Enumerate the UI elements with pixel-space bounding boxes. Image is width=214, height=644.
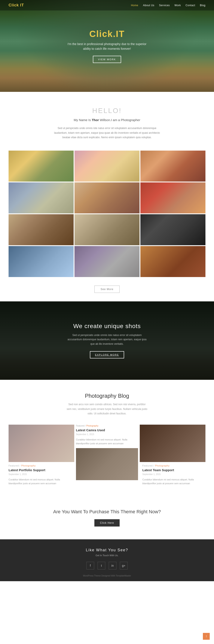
- blog-date-center: September 1, 2015: [76, 433, 138, 436]
- footer-credit: WordPress Theme Designed With TemplateMa…: [9, 574, 205, 577]
- linkedin-icon[interactable]: in: [109, 562, 117, 570]
- see-more-wrapper: See More: [0, 277, 214, 302]
- google-plus-icon[interactable]: g+: [120, 562, 128, 570]
- footer-social: f t in g+: [9, 562, 205, 570]
- blog-card-right: Featured / Photography Latest Team Suppo…: [140, 425, 205, 486]
- footer: Like What You See? Get In Touch With Us.…: [0, 539, 214, 581]
- blog-section-desc: Sed non arcu non sem comdo ultrices. Sed…: [66, 402, 148, 416]
- nav-home[interactable]: Home: [131, 4, 138, 7]
- blog-section-title: Photography Blog: [9, 392, 205, 399]
- blog-tag-right: Featured / Photography: [142, 464, 205, 467]
- dark-title: We create unique shots: [9, 323, 205, 330]
- hero-subtitle: I'm the best in professional photography…: [66, 42, 148, 51]
- blog-date-left: September 1, 2015: [9, 473, 72, 476]
- blog-section: Photography Blog Sed non arcu non sem co…: [0, 380, 214, 496]
- nav-blog[interactable]: Blog: [200, 4, 205, 7]
- portfolio-item[interactable]: [140, 150, 205, 182]
- nav-contact[interactable]: Contact: [185, 4, 195, 7]
- site-logo[interactable]: Click IT: [9, 3, 24, 8]
- logo-text: Click IT: [9, 3, 24, 7]
- nav-links: Home About Us Services Work Contact Blog: [131, 4, 205, 7]
- navbar: Click IT Home About Us Services Work Con…: [0, 0, 214, 10]
- blog-excerpt-left: Curabitur bibendum mi sed moncus aliquet…: [9, 478, 72, 486]
- footer-subtitle: Get In Touch With Us.: [9, 554, 205, 557]
- dark-content: We create unique shots Sed ut perspiciat…: [9, 323, 205, 358]
- purchase-section: Are You Want To Purchase This Theme Righ…: [0, 496, 214, 539]
- hero-title-part2: IT: [116, 29, 125, 39]
- blog-tag-left: Featured / Photography: [9, 464, 72, 467]
- portfolio-grid: [0, 150, 214, 277]
- hello-description: Sed ut perspiciatis unde omnis iste natu…: [54, 126, 160, 140]
- hello-intro: My Name Is Thor Willson.I am a Photograp…: [9, 118, 205, 122]
- see-more-button[interactable]: See More: [94, 286, 120, 293]
- hero-title-part1: Click: [89, 29, 113, 39]
- blog-grid: Featured / Photography Latest Portfolio …: [9, 425, 205, 486]
- portfolio-item[interactable]: [9, 214, 74, 245]
- dark-cta-section: We create unique shots Sed ut perspiciat…: [0, 302, 214, 380]
- nav-services[interactable]: Services: [159, 4, 170, 7]
- portfolio-item[interactable]: [74, 246, 140, 277]
- blog-excerpt-center: Curabitur bibendum mi sed moncus aliquet…: [76, 438, 138, 446]
- blog-image-center: [76, 448, 138, 480]
- hello-section: HELLO! My Name Is Thor Willson.I am a Ph…: [0, 92, 214, 150]
- hello-name: Thor: [92, 118, 99, 122]
- facebook-icon[interactable]: f: [86, 562, 94, 570]
- dark-description: Sed ut perspiciatis unde omnis iste natu…: [66, 333, 148, 346]
- portfolio-item[interactable]: [9, 246, 74, 277]
- portfolio-item[interactable]: [9, 150, 74, 182]
- portfolio-item[interactable]: [140, 214, 205, 245]
- blog-date-right: September 1, 2015: [142, 473, 205, 476]
- hero-title: Click.IT: [66, 29, 148, 39]
- portfolio-item[interactable]: [74, 214, 140, 245]
- click-here-button[interactable]: Click Here: [94, 519, 120, 526]
- blog-post-title-right: Latest Team Support: [142, 468, 205, 472]
- view-work-button[interactable]: VIEW WORK: [93, 56, 121, 63]
- nav-about[interactable]: About Us: [143, 4, 154, 7]
- portfolio-item[interactable]: [74, 150, 140, 182]
- footer-title: Like What You See?: [9, 548, 205, 552]
- blog-post-title-center: Latest Camra Used: [76, 428, 138, 432]
- hero-section: Click.IT I'm the best in professional ph…: [0, 0, 214, 92]
- blog-image-left: [9, 425, 74, 462]
- purchase-title: Are You Want To Purchase This Theme Righ…: [9, 509, 205, 514]
- hero-content: Click.IT I'm the best in professional ph…: [66, 29, 148, 63]
- nav-work[interactable]: Work: [174, 4, 181, 7]
- portfolio-item[interactable]: [140, 246, 205, 277]
- explore-more-button[interactable]: Explore More: [90, 351, 124, 358]
- blog-post-title-left: Latest Portfolio Support: [9, 468, 72, 472]
- blog-tag-center: Featured / Photography: [76, 425, 138, 427]
- blog-card-center: Featured / Photography Latest Camra Used…: [74, 425, 140, 486]
- blog-excerpt-right: Curabitur bibendum mi sed moncus aliquet…: [142, 478, 205, 486]
- portfolio-item[interactable]: [74, 182, 140, 214]
- hero-title-dot: .: [113, 29, 116, 39]
- blog-body-left: Featured / Photography Latest Portfolio …: [9, 462, 74, 486]
- portfolio-item[interactable]: [140, 182, 205, 214]
- hello-heading: HELLO!: [9, 107, 205, 115]
- blog-image-right: [140, 425, 205, 462]
- twitter-icon[interactable]: t: [97, 562, 105, 570]
- blog-card-left: Featured / Photography Latest Portfolio …: [9, 425, 74, 486]
- portfolio-item[interactable]: [9, 182, 74, 214]
- blog-body-right: Featured / Photography Latest Team Suppo…: [140, 462, 205, 486]
